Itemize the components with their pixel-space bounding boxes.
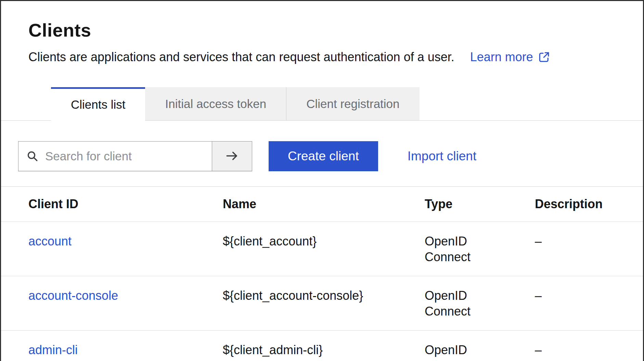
- tab-label: Clients list: [71, 98, 125, 111]
- page-description: Clients are applications and services th…: [28, 50, 454, 65]
- table-row: admin-cli ${client_admin-cli} OpenID Con…: [1, 331, 643, 361]
- table-row: account-console ${client_account-console…: [1, 276, 643, 331]
- type-cell: OpenID Connect: [425, 342, 498, 361]
- name-cell: ${client_account}: [223, 233, 425, 265]
- search-group: [18, 141, 252, 171]
- create-client-button[interactable]: Create client: [269, 141, 378, 171]
- clients-toolbar: Create client Import client: [1, 141, 643, 171]
- name-cell: ${client_account-console}: [223, 288, 425, 319]
- tab-label: Client registration: [306, 97, 399, 111]
- clients-table: Client ID Name Type Description account …: [1, 187, 643, 361]
- description-cell: –: [535, 233, 643, 265]
- clients-page: Clients Clients are applications and ser…: [0, 0, 644, 361]
- column-header-type: Type: [425, 197, 535, 211]
- client-link[interactable]: account-console: [28, 289, 118, 303]
- arrow-right-icon: [225, 149, 239, 164]
- table-row: account ${client_account} OpenID Connect…: [1, 222, 643, 276]
- table-header-row: Client ID Name Type Description: [1, 187, 643, 222]
- description-cell: –: [535, 288, 643, 319]
- client-id-cell: admin-cli: [28, 342, 223, 361]
- column-header-description: Description: [535, 197, 643, 211]
- tab-label: Initial access token: [165, 97, 266, 111]
- name-cell: ${client_admin-cli}: [223, 342, 425, 361]
- page-title: Clients: [28, 19, 616, 41]
- page-header: Clients Clients are applications and ser…: [1, 1, 643, 65]
- type-cell: OpenID Connect: [425, 233, 498, 265]
- tab-clients-list[interactable]: Clients list: [51, 87, 145, 120]
- learn-more-link[interactable]: Learn more: [470, 50, 550, 65]
- import-client-link[interactable]: Import client: [408, 149, 477, 163]
- search-input[interactable]: [18, 141, 212, 171]
- learn-more-label: Learn more: [470, 50, 533, 65]
- tab-client-registration[interactable]: Client registration: [286, 87, 419, 120]
- client-link[interactable]: account: [28, 234, 72, 248]
- tab-initial-access-token[interactable]: Initial access token: [145, 87, 286, 120]
- description-cell: –: [535, 342, 643, 361]
- page-description-row: Clients are applications and services th…: [28, 50, 616, 65]
- column-header-client-id: Client ID: [28, 197, 223, 211]
- external-link-icon: [538, 51, 550, 63]
- type-cell: OpenID Connect: [425, 288, 498, 319]
- column-header-name: Name: [223, 197, 425, 211]
- client-id-cell: account: [28, 233, 223, 265]
- tabs-bar: Clients list Initial access token Client…: [1, 87, 643, 121]
- client-id-cell: account-console: [28, 288, 223, 319]
- search-submit-button[interactable]: [212, 141, 252, 171]
- client-link[interactable]: admin-cli: [28, 343, 78, 357]
